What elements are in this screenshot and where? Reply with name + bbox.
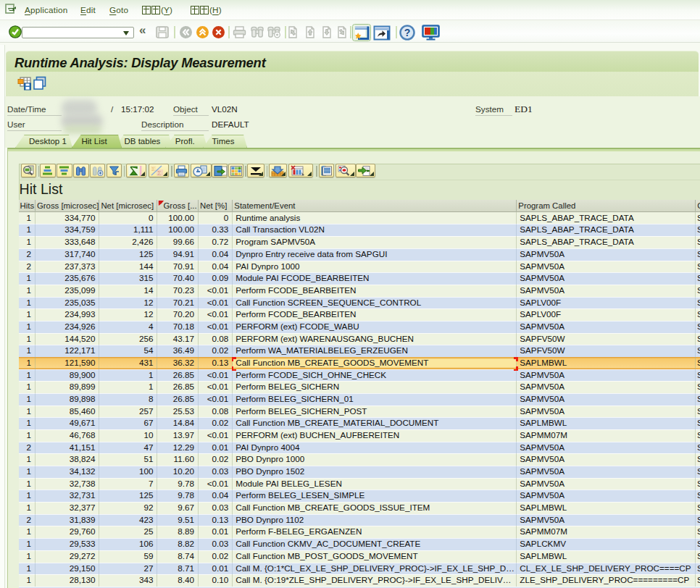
svg-text:Σ: Σ bbox=[151, 166, 155, 172]
svg-text:Σ: Σ bbox=[157, 169, 162, 177]
svg-text:?: ? bbox=[404, 27, 411, 38]
